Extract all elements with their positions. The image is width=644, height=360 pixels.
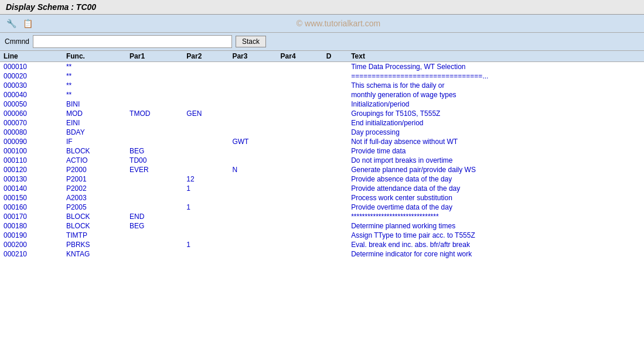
stack-button[interactable]: Stack [236,36,266,47]
cell-d [323,90,347,100]
table-row[interactable]: 000130P200112Provide absence data of the… [0,174,644,184]
cell-par2 [183,100,229,109]
cell-d [323,221,347,231]
table-row[interactable]: 000090IFGWTNot if full-day absence witho… [0,137,644,146]
tool-icon-1[interactable]: 🔧 [5,17,18,30]
cell-par2 [183,249,229,259]
col-par3: Par3 [229,51,277,62]
cell-d [323,193,347,203]
tool-icon-2[interactable]: 📋 [21,17,34,30]
cell-func: ** [63,90,126,100]
cell-line: 000030 [0,81,63,90]
table-row[interactable]: 000200PBRKS1Eval. break end inc. abs. bf… [0,240,644,249]
cell-line: 000120 [0,165,63,174]
cell-par3 [229,100,277,109]
cell-par3 [229,62,277,72]
table-row[interactable]: 000150A2003Process work center substitut… [0,193,644,203]
col-text: Text [347,51,644,62]
cell-d [323,71,347,81]
cell-line: 000110 [0,156,63,165]
cell-par2 [183,221,229,231]
main-content: Line Func. Par1 Par2 Par3 Par4 D Text 00… [0,51,644,360]
table-row[interactable]: 000070EINIEnd initialization/period [0,118,644,128]
cell-par2 [183,71,229,81]
cell-text: Provide attendance data of the day [347,184,644,193]
cell-text: Initialization/period [347,100,644,109]
cell-d [323,109,347,118]
cell-par2 [183,212,229,221]
cell-par2 [183,81,229,90]
table-row[interactable]: 000110ACTIOTD00Do not import breaks in o… [0,156,644,165]
command-input[interactable] [33,35,232,48]
cell-func: ACTIO [63,156,126,165]
cell-par2 [183,231,229,240]
cell-par2 [183,156,229,165]
table-row[interactable]: 000020**================================… [0,71,644,81]
table-row[interactable]: 000080BDAYDay processing [0,128,644,137]
cell-func: PBRKS [63,240,126,249]
table-row[interactable]: 000120P2000EVERNGenerate planned pair/pr… [0,165,644,174]
cell-line: 000210 [0,249,63,259]
cell-func: BLOCK [63,221,126,231]
cell-func: BLOCK [63,146,126,156]
cell-func: IF [63,137,126,146]
table-row[interactable]: 000180BLOCKBEGDetermine planned working … [0,221,644,231]
cell-par2 [183,128,229,137]
cell-par3 [229,174,277,184]
cell-line: 000070 [0,118,63,128]
cell-par1: TMOD [126,109,183,118]
cell-d [323,231,347,240]
cell-par2: 1 [183,203,229,212]
cell-line: 000040 [0,90,63,100]
cell-line: 000190 [0,231,63,240]
cell-par4 [277,137,323,146]
cell-text: Time Data Processing, WT Selection [347,62,644,72]
table-row[interactable]: 000040**monthly generation of wage types [0,90,644,100]
cell-par4 [277,109,323,118]
cell-par4 [277,212,323,221]
table-row[interactable]: 000190TIMTPAssign TType to time pair acc… [0,231,644,240]
cell-line: 000080 [0,128,63,137]
col-line: Line [0,51,63,62]
cell-par1 [126,193,183,203]
table-row[interactable]: 000140P20021Provide attendance data of t… [0,184,644,193]
cell-par4 [277,100,323,109]
table-row[interactable]: 000100BLOCKBEGProvide time data [0,146,644,156]
cell-d [323,184,347,193]
cell-par4 [277,203,323,212]
schema-table: Line Func. Par1 Par2 Par3 Par4 D Text 00… [0,51,644,259]
cell-text: Groupings for T510S, T555Z [347,109,644,118]
toolbar: 🔧 📋 © www.tutorialkart.com [0,15,644,33]
cell-func: ** [63,81,126,90]
cell-par2 [183,146,229,156]
cell-text: ******************************** [347,212,644,221]
cell-par3 [229,203,277,212]
cell-func: KNTAG [63,249,126,259]
cell-par4 [277,90,323,100]
cell-text: Determine indicator for core night work [347,249,644,259]
cell-line: 000140 [0,184,63,193]
table-row[interactable]: 000160P20051Provide overtime data of the… [0,203,644,212]
table-row[interactable]: 000030**This schema is for the daily or [0,81,644,90]
cell-par3 [229,184,277,193]
table-row[interactable]: 000060MODTMODGENGroupings for T510S, T55… [0,109,644,118]
cell-d [323,203,347,212]
table-row[interactable]: 000210KNTAGDetermine indicator for core … [0,249,644,259]
cell-func: TIMTP [63,231,126,240]
cell-func: BINI [63,100,126,109]
cell-func: BLOCK [63,212,126,221]
cell-text: Day processing [347,128,644,137]
cell-par2: GEN [183,109,229,118]
cell-par4 [277,221,323,231]
cell-par1: END [126,212,183,221]
cell-d [323,165,347,174]
table-row[interactable]: 000170BLOCKEND**************************… [0,212,644,221]
col-par4: Par4 [277,51,323,62]
cell-par2: 1 [183,240,229,249]
cell-func: ** [63,62,126,72]
cell-text: Determine planned working times [347,221,644,231]
table-row[interactable]: 000050BINIInitialization/period [0,100,644,109]
cell-par3 [229,221,277,231]
col-par1: Par1 [126,51,183,62]
table-row[interactable]: 000010**Time Data Processing, WT Selecti… [0,62,644,72]
